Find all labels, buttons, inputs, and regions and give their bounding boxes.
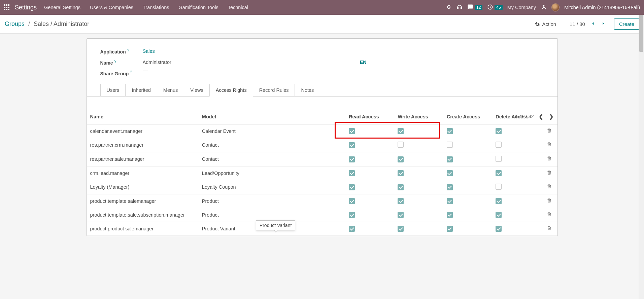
checkbox-create[interactable] <box>447 184 453 190</box>
cell-name[interactable]: res.partner.crm.manager <box>87 138 199 152</box>
col-read[interactable]: Read Access <box>345 110 394 124</box>
checkbox-delete[interactable] <box>496 212 502 218</box>
pager-prev-button[interactable] <box>590 20 597 28</box>
checkbox-read[interactable] <box>349 212 355 218</box>
trash-icon[interactable] <box>547 171 552 176</box>
checkbox-delete[interactable] <box>496 156 502 162</box>
tools-icon[interactable] <box>541 4 547 11</box>
checkbox-create[interactable] <box>447 142 453 148</box>
col-name[interactable]: Name <box>87 110 199 124</box>
checkbox-create[interactable] <box>447 128 453 134</box>
avatar[interactable] <box>551 3 560 11</box>
cell-model[interactable]: Product <box>199 194 345 208</box>
company-switcher[interactable]: My Company <box>507 5 536 10</box>
app-name[interactable]: Settings <box>15 4 37 11</box>
scrollbar[interactable] <box>639 15 644 241</box>
checkbox-delete[interactable] <box>496 142 502 148</box>
cell-model[interactable]: Contact <box>199 138 345 152</box>
checkbox-create[interactable] <box>447 198 453 204</box>
scrollbar-thumb[interactable] <box>639 15 643 52</box>
discuss-button[interactable]: 12 <box>467 4 482 11</box>
table-row[interactable]: res.partner.crm.manager Contact <box>87 138 557 152</box>
action-dropdown[interactable]: Action <box>535 21 556 27</box>
tab-menus[interactable]: Menus <box>157 84 184 97</box>
cell-name[interactable]: product.template salemanager <box>87 194 199 208</box>
checkbox-write[interactable] <box>398 226 404 232</box>
checkbox-delete[interactable] <box>496 170 502 176</box>
record-pager[interactable]: 11 / 80 <box>570 21 585 27</box>
checkbox-delete[interactable] <box>496 198 502 204</box>
checkbox-read[interactable] <box>349 170 355 176</box>
trash-icon[interactable] <box>547 156 552 162</box>
tab-notes[interactable]: Notes <box>295 84 320 97</box>
table-row[interactable]: crm.lead.manager Lead/Opportunity <box>87 166 557 180</box>
checkbox-create[interactable] <box>447 156 453 162</box>
checkbox-delete[interactable] <box>496 184 502 190</box>
cell-model[interactable]: Lead/Opportunity <box>199 166 345 180</box>
trash-icon[interactable] <box>547 184 552 190</box>
trash-icon[interactable] <box>547 128 552 134</box>
list-pager-next[interactable]: ❯ <box>548 113 555 120</box>
checkbox-read[interactable] <box>349 198 355 204</box>
checkbox-delete[interactable] <box>496 128 502 134</box>
checkbox-write[interactable] <box>398 142 404 148</box>
tab-users[interactable]: Users <box>100 84 126 97</box>
share-group-checkbox[interactable] <box>143 71 148 76</box>
cell-model[interactable]: Calendar Event <box>199 124 345 138</box>
table-row[interactable]: product.product salemanager Product Vari… <box>87 222 557 235</box>
tab-record-rules[interactable]: Record Rules <box>253 84 295 97</box>
cell-model[interactable]: Loyalty Coupon <box>199 180 345 194</box>
checkbox-read[interactable] <box>349 156 355 162</box>
checkbox-write[interactable] <box>398 156 404 162</box>
menu-translations[interactable]: Translations <box>143 5 169 10</box>
checkbox-write[interactable] <box>398 198 404 204</box>
table-row[interactable]: res.partner.sale.manager Contact <box>87 152 557 166</box>
list-pager-prev[interactable]: ❮ <box>537 113 544 120</box>
trash-icon[interactable] <box>547 212 552 218</box>
tab-inherited[interactable]: Inherited <box>125 84 157 97</box>
create-button[interactable]: Create <box>614 18 639 30</box>
tab-views[interactable]: Views <box>184 84 209 97</box>
checkbox-write[interactable] <box>398 212 404 218</box>
cell-name[interactable]: crm.lead.manager <box>87 166 199 180</box>
trash-icon[interactable] <box>547 226 552 232</box>
language-badge[interactable]: EN <box>360 60 366 65</box>
checkbox-read[interactable] <box>349 184 355 190</box>
menu-users-companies[interactable]: Users & Companies <box>90 5 133 10</box>
checkbox-write[interactable] <box>398 128 404 134</box>
checkbox-create[interactable] <box>447 212 453 218</box>
checkbox-delete[interactable] <box>496 226 502 232</box>
table-row[interactable]: product.template.sale.subscription.manag… <box>87 208 557 222</box>
pager-next-button[interactable] <box>600 20 607 28</box>
help-icon[interactable]: ? <box>127 48 129 52</box>
support-icon[interactable] <box>456 4 463 11</box>
checkbox-read[interactable] <box>349 142 355 148</box>
cell-name[interactable]: product.product salemanager <box>87 222 199 235</box>
col-model[interactable]: Model <box>199 110 345 124</box>
timer-button[interactable]: 45 <box>487 4 502 11</box>
tab-access-rights[interactable]: Access Rights <box>209 84 253 97</box>
breadcrumb-root[interactable]: Groups <box>5 21 25 27</box>
cell-name[interactable]: res.partner.sale.manager <box>87 152 199 166</box>
cell-name[interactable]: calendar.event.manager <box>87 124 199 138</box>
list-pager-text[interactable]: 1-40 / 82 <box>515 114 534 119</box>
application-value[interactable]: Sales <box>143 48 155 54</box>
cell-name[interactable]: product.template.sale.subscription.manag… <box>87 208 199 222</box>
debug-icon[interactable] <box>446 4 452 11</box>
checkbox-create[interactable] <box>447 170 453 176</box>
table-row[interactable]: calendar.event.manager Calendar Event <box>87 124 557 138</box>
checkbox-write[interactable] <box>398 170 404 176</box>
cell-model[interactable]: Contact <box>199 152 345 166</box>
menu-gamification-tools[interactable]: Gamification Tools <box>178 5 218 10</box>
name-value[interactable]: Administrator <box>143 60 171 65</box>
checkbox-read[interactable] <box>349 128 355 134</box>
col-write[interactable]: Write Access <box>394 110 443 124</box>
checkbox-read[interactable] <box>349 226 355 232</box>
table-row[interactable]: product.template salemanager Product <box>87 194 557 208</box>
cell-name[interactable]: Loyalty (Manager) <box>87 180 199 194</box>
user-menu[interactable]: Mitchell Admin (21418909-16-0-all) <box>564 5 640 10</box>
checkbox-create[interactable] <box>447 226 453 232</box>
trash-icon[interactable] <box>547 198 552 204</box>
apps-icon[interactable] <box>4 4 10 10</box>
menu-general-settings[interactable]: General Settings <box>44 5 80 10</box>
